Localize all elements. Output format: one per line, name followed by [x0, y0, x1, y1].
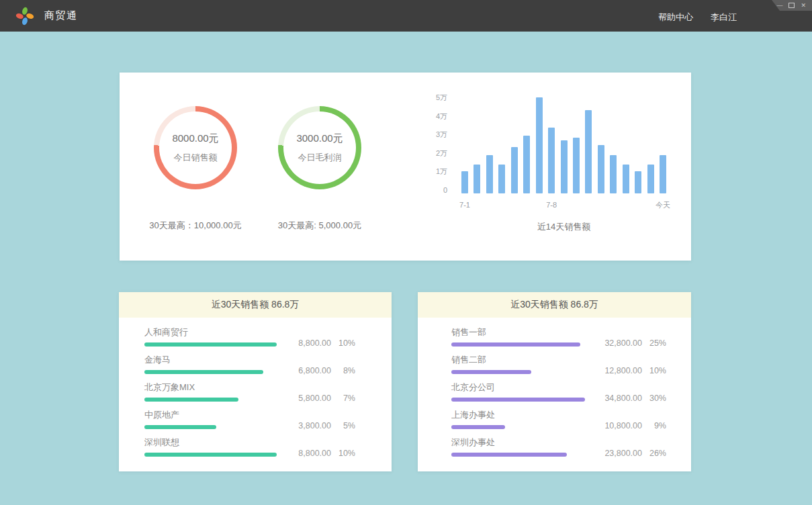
rank-item-name: 上海办事处: [451, 410, 666, 420]
rank-item-name: 销售一部: [451, 327, 666, 338]
rank-row: 北京分公司 34,800.00 30%: [451, 382, 666, 402]
rank-item-bar: [144, 370, 263, 374]
nav-help-center[interactable]: 帮助中心: [658, 11, 693, 24]
rank-item-name: 人和商贸行: [144, 327, 355, 338]
rank-item-value: 3,800.00: [298, 421, 331, 430]
sales-bar-plot: [461, 91, 666, 193]
rank-item-bar: [144, 425, 216, 429]
rank-item-percent: 25%: [642, 338, 666, 348]
maximize-icon[interactable]: [788, 3, 795, 8]
top-bar: 商贸通 帮助中心 李白江 — ✕: [0, 0, 812, 32]
customer-rank-title: 近30天销售额 86.8万: [119, 292, 392, 318]
overview-card: 8000.00元 今日销售额 30天最高：10,000.00元 3000.00元…: [120, 73, 691, 261]
sales-bar: [635, 171, 641, 193]
rank-item-percent: 9%: [642, 421, 666, 430]
rank-item-bar: [451, 453, 567, 457]
rank-row: 深圳办事处 23,800.00 26%: [451, 437, 666, 457]
rank-row: 中原地产 3,800.00 5%: [144, 410, 355, 429]
today-profit-value: 3000.00元: [296, 132, 343, 145]
rank-item-value: 10,800.00: [604, 421, 642, 430]
sales-bar: [523, 136, 530, 193]
y-axis-tick: 2万: [428, 148, 447, 158]
minimize-icon[interactable]: —: [776, 2, 782, 9]
nav-user-name[interactable]: 李白江: [711, 11, 737, 24]
today-sales-30day-max: 30天最高：10,000.00元: [133, 220, 258, 232]
today-sales-label: 今日销售额: [174, 152, 218, 164]
rank-item-value: 5,800.00: [298, 394, 331, 403]
today-sales-donut-block: 8000.00元 今日销售额 30天最高：10,000.00元: [133, 106, 258, 232]
rank-item-percent: 26%: [642, 449, 666, 458]
rank-row: 销售一部 32,800.00 25%: [451, 327, 666, 347]
customer-rank-card: 近30天销售额 86.8万 人和商贸行 8,800.00 10% 金海马 6,8…: [119, 292, 392, 471]
x-axis-label: 今天: [656, 200, 670, 210]
sales-bar: [623, 165, 629, 193]
sales-bar: [548, 128, 555, 193]
rank-item-bar: [144, 453, 277, 457]
bar-chart-title: 近14天销售额: [461, 221, 666, 233]
rank-item-value: 8,800.00: [298, 449, 331, 458]
sales-bar: [647, 165, 654, 193]
sales-bar: [498, 165, 505, 193]
rank-item-name: 北京分公司: [451, 382, 666, 393]
rank-row: 销售二部 12,800.00 10%: [451, 355, 666, 374]
x-axis-label: 7-8: [546, 200, 557, 210]
rank-item-name: 深圳办事处: [451, 437, 666, 448]
rank-row: 金海马 6,800.00 8%: [144, 355, 355, 374]
today-profit-donut-block: 3000.00元 今日毛利润 30天最高: 5,000.00元: [257, 106, 382, 232]
window-controls: — ✕: [772, 0, 812, 11]
rank-row: 北京万象MIX 5,800.00 7%: [144, 382, 355, 402]
y-axis-tick: 4万: [428, 111, 447, 121]
sales-bar: [610, 155, 617, 193]
rank-item-percent: 10%: [331, 449, 355, 458]
sales-bar: [473, 165, 480, 193]
rank-item-bar: [451, 425, 505, 429]
today-sales-value: 8000.00元: [172, 132, 218, 145]
rank-item-name: 销售二部: [451, 355, 666, 365]
rank-item-bar: [451, 342, 580, 347]
rank-item-value: 32,800.00: [604, 338, 642, 348]
brand: 商贸通: [15, 6, 78, 26]
sales-bar: [486, 155, 493, 193]
rank-item-bar: [144, 342, 277, 347]
department-rank-list: 销售一部 32,800.00 25% 销售二部 12,800.00 10% 北京…: [418, 318, 691, 457]
rank-item-bar: [144, 398, 238, 402]
rank-item-percent: 7%: [331, 394, 355, 403]
rank-item-percent: 10%: [331, 338, 355, 348]
rank-row: 人和商贸行 8,800.00 10%: [144, 327, 355, 347]
rank-item-value: 6,800.00: [298, 366, 331, 375]
rank-item-bar: [451, 398, 585, 402]
rank-item-value: 23,800.00: [604, 449, 642, 458]
daily-sales-bar-chart: 01万2万3万4万5万 7-17-8今天 近14天销售额: [428, 73, 670, 261]
y-axis-tick: 5万: [428, 93, 447, 102]
rank-item-bar: [451, 370, 531, 374]
today-profit-30day-max: 30天最高: 5,000.00元: [257, 220, 382, 232]
close-icon[interactable]: ✕: [801, 2, 806, 9]
customer-rank-list: 人和商贸行 8,800.00 10% 金海马 6,800.00 8% 北京万象M…: [119, 318, 392, 457]
rank-item-value: 8,800.00: [298, 338, 331, 348]
rank-item-name: 深圳联想: [144, 437, 355, 448]
rank-item-name: 金海马: [144, 355, 355, 365]
rank-item-value: 12,800.00: [604, 366, 642, 375]
rank-item-name: 中原地产: [144, 410, 355, 420]
sales-bar: [585, 110, 592, 193]
y-axis-tick: 0: [428, 185, 447, 195]
y-axis-tick: 3万: [428, 130, 447, 139]
app-title: 商贸通: [44, 9, 78, 22]
rank-item-value: 34,800.00: [604, 394, 642, 403]
department-rank-card: 近30天销售额 86.8万 销售一部 32,800.00 25% 销售二部 12…: [418, 292, 691, 471]
sales-bar: [561, 140, 568, 193]
sales-bar: [536, 97, 543, 194]
sales-bar: [660, 155, 666, 193]
today-profit-label: 今日毛利润: [298, 152, 342, 164]
pinwheel-logo-icon: [15, 6, 35, 26]
rank-item-percent: 5%: [331, 421, 355, 430]
rank-item-name: 北京万象MIX: [144, 382, 355, 393]
sales-bar: [511, 147, 518, 193]
sales-bar: [461, 171, 468, 193]
top-nav: 帮助中心 李白江: [658, 8, 737, 24]
rank-item-percent: 10%: [642, 366, 666, 375]
rank-item-percent: 30%: [642, 394, 666, 403]
today-profit-donut-chart: 3000.00元 今日毛利润: [278, 106, 361, 189]
dashboard-page: 8000.00元 今日销售额 30天最高：10,000.00元 3000.00元…: [0, 32, 812, 505]
y-axis-tick: 1万: [428, 167, 447, 176]
